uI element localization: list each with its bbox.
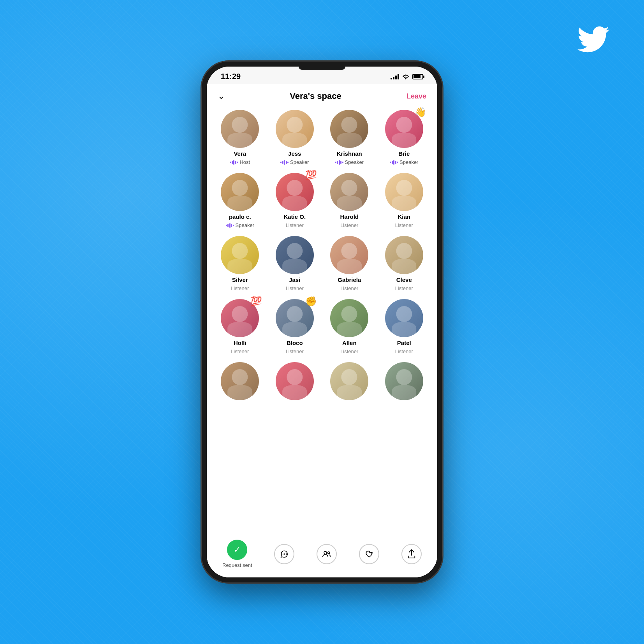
avatar-patel — [385, 299, 423, 337]
chat-icon — [280, 550, 289, 558]
emoji-overlay-holli: 💯 — [250, 296, 262, 307]
participant-harold[interactable]: Harold Listener — [324, 173, 375, 228]
people-action[interactable] — [317, 544, 337, 564]
avatar-container-cleve — [385, 236, 423, 274]
name-silver: Silver — [232, 276, 248, 283]
avatar-container-brie: 👋 — [385, 110, 423, 148]
participant-p19[interactable] — [324, 362, 375, 400]
request-sent-button[interactable]: ✓ — [227, 540, 247, 560]
mic-icon-krishnan — [335, 160, 343, 165]
avatar-person-vera — [221, 110, 259, 148]
chat-button[interactable] — [274, 544, 294, 564]
follow-button[interactable] — [359, 544, 379, 564]
role-harold: Listener — [340, 222, 358, 228]
participant-p18[interactable] — [269, 362, 320, 400]
participant-kian[interactable]: Kian Listener — [379, 173, 430, 228]
avatar-p18 — [276, 362, 314, 400]
chat-action[interactable] — [274, 544, 294, 564]
emoji-overlay-katie: 💯 — [305, 170, 317, 181]
participant-brie[interactable]: 👋 Brie Speaker — [379, 110, 430, 165]
avatar-person-gabriela — [330, 236, 368, 274]
participant-bloco[interactable]: ✊ Bloco Listener — [269, 299, 320, 354]
avatar-container-p19 — [330, 362, 368, 400]
notch — [299, 67, 345, 70]
chevron-down-button[interactable]: ⌄ — [218, 91, 225, 101]
avatar-container-katie: 💯 — [276, 173, 314, 211]
avatar-jasi — [276, 236, 314, 274]
participant-patel[interactable]: Patel Listener — [379, 299, 430, 354]
role-holli: Listener — [231, 348, 249, 354]
avatar-person-p17 — [221, 362, 259, 400]
people-icon — [322, 550, 331, 558]
avatar-person-jasi — [276, 236, 314, 274]
emoji-overlay-brie: 👋 — [415, 107, 426, 118]
participant-jess[interactable]: Jess Speaker — [269, 110, 320, 165]
signal-bars-icon — [391, 74, 399, 79]
follow-action[interactable] — [359, 544, 379, 564]
people-button[interactable] — [317, 544, 337, 564]
mic-icon-paulo — [226, 223, 234, 228]
avatar-paulo — [221, 173, 259, 211]
name-kian: Kian — [398, 213, 410, 220]
participant-katie[interactable]: 💯 Katie O. Listener — [269, 173, 320, 228]
participant-p17[interactable] — [215, 362, 266, 400]
name-jasi: Jasi — [289, 276, 300, 283]
name-patel: Patel — [397, 340, 411, 346]
participant-p20[interactable] — [379, 362, 430, 400]
mic-icon-brie — [390, 160, 398, 165]
role-allen: Listener — [340, 348, 358, 354]
avatar-person-p19 — [330, 362, 368, 400]
avatar-container-kian — [385, 173, 423, 211]
role-vera: Host — [230, 159, 250, 165]
avatar-jess — [276, 110, 314, 148]
svg-point-4 — [328, 552, 330, 554]
avatar-person-kian — [385, 173, 423, 211]
avatar-person-p18 — [276, 362, 314, 400]
avatar-person-krishnan — [330, 110, 368, 148]
role-silver: Listener — [231, 285, 249, 291]
participant-jasi[interactable]: Jasi Listener — [269, 236, 320, 291]
space-title: Vera's space — [290, 91, 341, 101]
participant-holli[interactable]: 💯 Holli Listener — [215, 299, 266, 354]
request-sent-action[interactable]: ✓ Request sent — [222, 540, 252, 568]
participant-paulo[interactable]: paulo c. Speaker — [215, 173, 266, 228]
avatar-person-allen — [330, 299, 368, 337]
role-cleve: Listener — [395, 285, 413, 291]
role-patel: Listener — [395, 348, 413, 354]
name-cleve: Cleve — [396, 276, 412, 283]
name-katie: Katie O. — [283, 213, 306, 220]
avatar-container-allen — [330, 299, 368, 337]
share-action[interactable] — [401, 544, 422, 564]
leave-button[interactable]: Leave — [406, 92, 426, 100]
role-katie: Listener — [286, 222, 304, 228]
participants-scroll[interactable]: Vera Host Jess — [207, 106, 437, 534]
participant-cleve[interactable]: Cleve Listener — [379, 236, 430, 291]
bottom-bar: ✓ Request sent — [207, 534, 437, 577]
avatar-person-p20 — [385, 362, 423, 400]
svg-point-3 — [324, 551, 327, 554]
participant-krishnan[interactable]: Krishnan Speaker — [324, 110, 375, 165]
wifi-icon — [402, 74, 409, 79]
avatar-container-gabriela — [330, 236, 368, 274]
status-time: 11:29 — [221, 72, 241, 81]
name-vera: Vera — [234, 150, 246, 157]
participant-silver[interactable]: Silver Listener — [215, 236, 266, 291]
participant-gabriela[interactable]: Gabriela Listener — [324, 236, 375, 291]
avatar-gabriela — [330, 236, 368, 274]
participant-allen[interactable]: Allen Listener — [324, 299, 375, 354]
app-content: ⌄ Vera's space Leave Vera — [207, 84, 437, 577]
name-holli: Holli — [234, 340, 246, 346]
avatar-container-holli: 💯 — [221, 299, 259, 337]
avatar-container-p18 — [276, 362, 314, 400]
role-paulo: Speaker — [226, 222, 254, 228]
battery-icon — [412, 74, 423, 79]
share-button[interactable] — [401, 544, 422, 564]
avatar-container-harold — [330, 173, 368, 211]
participant-vera[interactable]: Vera Host — [215, 110, 266, 165]
phone-frame: 11:29 ⌄ Vera's space — [201, 61, 443, 583]
avatar-container-vera — [221, 110, 259, 148]
avatar-kian — [385, 173, 423, 211]
name-jess: Jess — [288, 150, 301, 157]
avatar-container-paulo — [221, 173, 259, 211]
avatar-person-jess — [276, 110, 314, 148]
